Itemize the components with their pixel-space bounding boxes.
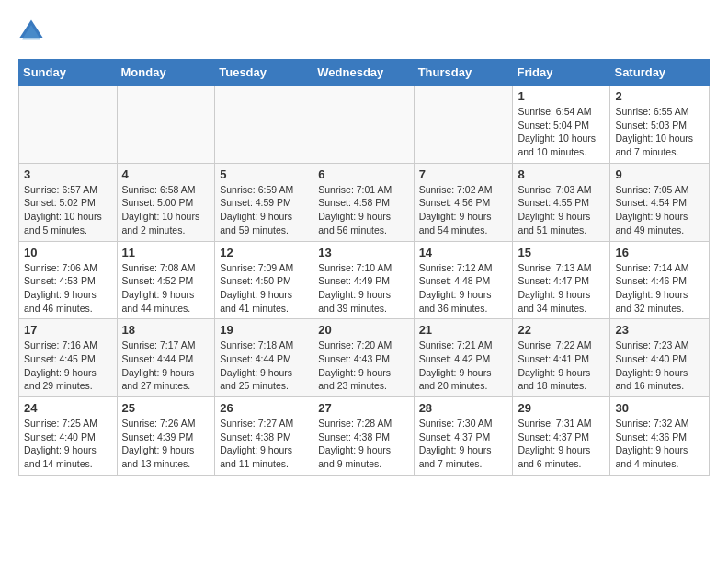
day-cell: 9Sunrise: 7:05 AM Sunset: 4:54 PM Daylig… (610, 163, 710, 241)
day-info: Sunrise: 7:22 AM Sunset: 4:41 PM Dayligh… (518, 339, 605, 393)
day-info: Sunrise: 7:05 AM Sunset: 4:54 PM Dayligh… (615, 183, 704, 237)
day-cell: 10Sunrise: 7:06 AM Sunset: 4:53 PM Dayli… (19, 241, 118, 319)
day-number: 6 (318, 167, 408, 181)
day-number: 14 (419, 246, 508, 259)
day-cell: 22Sunrise: 7:22 AM Sunset: 4:41 PM Dayli… (513, 319, 610, 397)
header-saturday: Saturday (610, 60, 710, 86)
day-number: 8 (518, 167, 605, 181)
day-info: Sunrise: 7:26 AM Sunset: 4:39 PM Dayligh… (122, 417, 210, 471)
week-row-2: 3Sunrise: 6:57 AM Sunset: 5:02 PM Daylig… (19, 163, 710, 241)
day-info: Sunrise: 6:57 AM Sunset: 5:02 PM Dayligh… (24, 183, 112, 237)
day-info: Sunrise: 6:59 AM Sunset: 4:59 PM Dayligh… (220, 183, 308, 237)
day-cell: 5Sunrise: 6:59 AM Sunset: 4:59 PM Daylig… (215, 163, 313, 241)
day-cell (414, 86, 513, 164)
day-cell: 3Sunrise: 6:57 AM Sunset: 5:02 PM Daylig… (19, 163, 118, 241)
day-number: 15 (518, 246, 605, 259)
day-cell: 6Sunrise: 7:01 AM Sunset: 4:58 PM Daylig… (313, 163, 414, 241)
week-row-3: 10Sunrise: 7:06 AM Sunset: 4:53 PM Dayli… (19, 241, 710, 319)
header-tuesday: Tuesday (215, 60, 313, 86)
day-cell: 27Sunrise: 7:28 AM Sunset: 4:38 PM Dayli… (313, 397, 414, 476)
day-cell: 20Sunrise: 7:20 AM Sunset: 4:43 PM Dayli… (313, 319, 414, 397)
day-number: 20 (318, 323, 408, 337)
day-info: Sunrise: 7:16 AM Sunset: 4:45 PM Dayligh… (24, 339, 112, 393)
day-info: Sunrise: 7:01 AM Sunset: 4:58 PM Dayligh… (318, 183, 408, 237)
day-info: Sunrise: 6:58 AM Sunset: 5:00 PM Dayligh… (122, 183, 210, 237)
day-info: Sunrise: 7:13 AM Sunset: 4:47 PM Dayligh… (518, 261, 605, 316)
day-number: 25 (122, 401, 210, 415)
day-cell: 12Sunrise: 7:09 AM Sunset: 4:50 PM Dayli… (215, 241, 313, 319)
page-header (18, 18, 710, 44)
day-cell: 1Sunrise: 6:54 AM Sunset: 5:04 PM Daylig… (513, 86, 610, 164)
day-cell: 15Sunrise: 7:13 AM Sunset: 4:47 PM Dayli… (513, 241, 610, 319)
logo-icon (18, 18, 44, 44)
day-cell (313, 86, 414, 164)
day-info: Sunrise: 7:09 AM Sunset: 4:50 PM Dayligh… (220, 261, 308, 316)
day-number: 18 (122, 323, 210, 337)
day-number: 21 (419, 323, 508, 337)
day-cell: 29Sunrise: 7:31 AM Sunset: 4:37 PM Dayli… (513, 397, 610, 476)
header-wednesday: Wednesday (313, 60, 414, 86)
day-number: 16 (615, 246, 704, 259)
day-number: 9 (615, 167, 704, 181)
day-cell: 4Sunrise: 6:58 AM Sunset: 5:00 PM Daylig… (117, 163, 215, 241)
day-info: Sunrise: 6:55 AM Sunset: 5:03 PM Dayligh… (615, 105, 704, 159)
day-info: Sunrise: 7:23 AM Sunset: 4:40 PM Dayligh… (615, 339, 704, 393)
day-info: Sunrise: 6:54 AM Sunset: 5:04 PM Dayligh… (518, 105, 605, 159)
day-number: 10 (24, 246, 112, 259)
day-cell: 18Sunrise: 7:17 AM Sunset: 4:44 PM Dayli… (117, 319, 215, 397)
week-row-4: 17Sunrise: 7:16 AM Sunset: 4:45 PM Dayli… (19, 319, 710, 397)
day-info: Sunrise: 7:25 AM Sunset: 4:40 PM Dayligh… (24, 417, 112, 471)
day-number: 28 (419, 401, 508, 415)
day-info: Sunrise: 7:27 AM Sunset: 4:38 PM Dayligh… (220, 417, 308, 471)
day-number: 27 (318, 401, 408, 415)
day-number: 26 (220, 401, 308, 415)
day-cell: 28Sunrise: 7:30 AM Sunset: 4:37 PM Dayli… (414, 397, 513, 476)
calendar-header-row: SundayMondayTuesdayWednesdayThursdayFrid… (19, 60, 710, 86)
day-cell: 30Sunrise: 7:32 AM Sunset: 4:36 PM Dayli… (610, 397, 710, 476)
day-number: 12 (220, 246, 308, 259)
day-number: 3 (24, 167, 112, 181)
day-number: 24 (24, 401, 112, 415)
day-cell (19, 86, 118, 164)
day-cell: 19Sunrise: 7:18 AM Sunset: 4:44 PM Dayli… (215, 319, 313, 397)
day-cell: 24Sunrise: 7:25 AM Sunset: 4:40 PM Dayli… (19, 397, 118, 476)
day-number: 23 (615, 323, 704, 337)
day-number: 2 (615, 89, 704, 103)
day-info: Sunrise: 7:03 AM Sunset: 4:55 PM Dayligh… (518, 183, 605, 237)
day-info: Sunrise: 7:20 AM Sunset: 4:43 PM Dayligh… (318, 339, 408, 393)
day-info: Sunrise: 7:10 AM Sunset: 4:49 PM Dayligh… (318, 261, 408, 316)
day-cell (215, 86, 313, 164)
day-info: Sunrise: 7:17 AM Sunset: 4:44 PM Dayligh… (122, 339, 210, 393)
day-cell: 23Sunrise: 7:23 AM Sunset: 4:40 PM Dayli… (610, 319, 710, 397)
day-cell: 26Sunrise: 7:27 AM Sunset: 4:38 PM Dayli… (215, 397, 313, 476)
day-info: Sunrise: 7:18 AM Sunset: 4:44 PM Dayligh… (220, 339, 308, 393)
day-info: Sunrise: 7:21 AM Sunset: 4:42 PM Dayligh… (419, 339, 508, 393)
day-number: 4 (122, 167, 210, 181)
day-info: Sunrise: 7:30 AM Sunset: 4:37 PM Dayligh… (419, 417, 508, 471)
day-number: 7 (419, 167, 508, 181)
header-friday: Friday (513, 60, 610, 86)
day-info: Sunrise: 7:31 AM Sunset: 4:37 PM Dayligh… (518, 417, 605, 471)
day-number: 19 (220, 323, 308, 337)
day-number: 11 (122, 246, 210, 259)
day-cell: 17Sunrise: 7:16 AM Sunset: 4:45 PM Dayli… (19, 319, 118, 397)
day-cell: 13Sunrise: 7:10 AM Sunset: 4:49 PM Dayli… (313, 241, 414, 319)
week-row-1: 1Sunrise: 6:54 AM Sunset: 5:04 PM Daylig… (19, 86, 710, 164)
day-info: Sunrise: 7:14 AM Sunset: 4:46 PM Dayligh… (615, 261, 704, 316)
day-info: Sunrise: 7:32 AM Sunset: 4:36 PM Dayligh… (615, 417, 704, 471)
day-cell (117, 86, 215, 164)
week-row-5: 24Sunrise: 7:25 AM Sunset: 4:40 PM Dayli… (19, 397, 710, 476)
day-number: 17 (24, 323, 112, 337)
header-monday: Monday (117, 60, 215, 86)
day-info: Sunrise: 7:12 AM Sunset: 4:48 PM Dayligh… (419, 261, 508, 316)
day-cell: 2Sunrise: 6:55 AM Sunset: 5:03 PM Daylig… (610, 86, 710, 164)
logo (18, 18, 48, 44)
header-thursday: Thursday (414, 60, 513, 86)
day-number: 30 (615, 401, 704, 415)
day-number: 1 (518, 89, 605, 103)
day-info: Sunrise: 7:28 AM Sunset: 4:38 PM Dayligh… (318, 417, 408, 471)
day-info: Sunrise: 7:08 AM Sunset: 4:52 PM Dayligh… (122, 261, 210, 316)
day-cell: 11Sunrise: 7:08 AM Sunset: 4:52 PM Dayli… (117, 241, 215, 319)
calendar-table: SundayMondayTuesdayWednesdayThursdayFrid… (18, 59, 710, 476)
day-number: 22 (518, 323, 605, 337)
